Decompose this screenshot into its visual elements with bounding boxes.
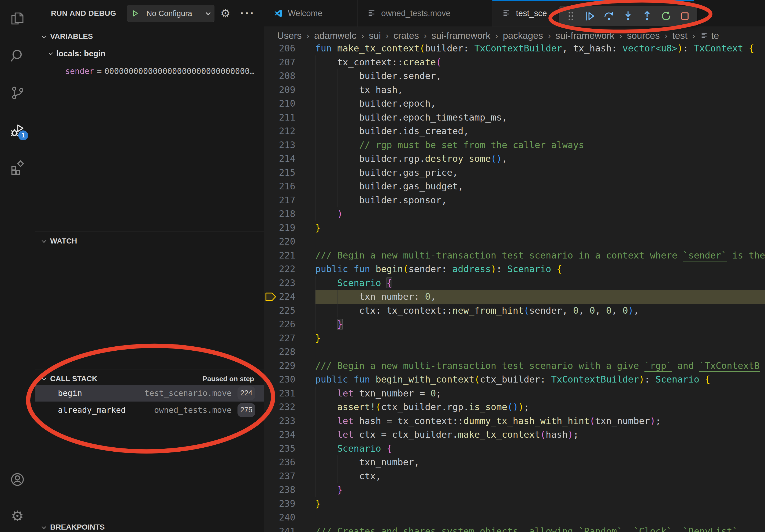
code-line[interactable]: 216builder.gas_budget, (264, 179, 765, 193)
more-actions-icon[interactable]: ··· (240, 0, 255, 27)
line-number[interactable]: 225 (264, 304, 315, 318)
code-line[interactable]: 235Scenario { (264, 442, 765, 456)
line-number[interactable]: 219 (264, 221, 315, 235)
code-line[interactable]: 232assert!(ctx_builder.rgp.is_some()); (264, 400, 765, 414)
step-into-button[interactable] (620, 8, 636, 24)
breadcrumb-item[interactable]: adamwelc (314, 30, 357, 41)
code-line[interactable]: 225ctx: tx_context::new_from_hint(sender… (264, 304, 765, 318)
line-number[interactable]: 213 (264, 138, 315, 152)
drag-handle-icon[interactable] (563, 8, 579, 24)
line-number[interactable]: 217 (264, 193, 315, 207)
code-line[interactable]: 219} (264, 221, 765, 235)
code-line[interactable]: 210builder.epoch, (264, 97, 765, 111)
line-number[interactable]: 238 (264, 483, 315, 497)
code-line[interactable]: 226} (264, 317, 765, 331)
breadcrumb-item[interactable]: Users (277, 30, 302, 41)
code-line[interactable]: 217builder.sponsor, (264, 193, 765, 207)
line-number[interactable]: 227 (264, 331, 315, 345)
line-number[interactable]: 208 (264, 69, 315, 83)
section-header-watch[interactable]: WATCH (35, 235, 264, 247)
line-number[interactable]: 220 (264, 235, 315, 249)
line-number[interactable]: 229 (264, 359, 315, 373)
breadcrumb-item[interactable]: packages (503, 30, 543, 41)
line-number[interactable]: 218 (264, 207, 315, 221)
account-icon[interactable] (9, 471, 25, 487)
line-number[interactable]: 210 (264, 97, 315, 111)
line-number[interactable]: 233 (264, 414, 315, 428)
code-line[interactable]: 215builder.gas_price, (264, 166, 765, 180)
code-line[interactable]: 213// rgp must be set from the caller al… (264, 138, 765, 152)
stack-frame-already_marked[interactable]: already_markedowned_tests.move275 (35, 401, 264, 418)
code-line[interactable]: 207tx_context::create( (264, 56, 765, 69)
line-number[interactable]: 231 (264, 387, 315, 400)
breadcrumb-item[interactable]: test (672, 30, 687, 41)
code-line[interactable]: 238} (264, 483, 765, 497)
variables-scope-row[interactable]: locals: begin (35, 47, 264, 60)
line-number[interactable]: 212 (264, 124, 315, 138)
code-line[interactable]: 218) (264, 207, 765, 221)
breadcrumb-item[interactable]: sui (369, 30, 381, 41)
line-number[interactable]: 214 (264, 152, 315, 166)
continue-button[interactable] (582, 8, 598, 24)
code-line[interactable]: 228 (264, 345, 765, 359)
code-line[interactable]: 230public fun begin_with_context(ctx_bui… (264, 373, 765, 387)
start-debugging-icon[interactable] (127, 5, 143, 22)
line-number[interactable]: 239 (264, 497, 315, 511)
stop-button[interactable] (677, 8, 693, 24)
line-number[interactable]: 241 (264, 524, 315, 532)
run-and-debug-icon[interactable]: 1 (9, 122, 25, 138)
code-line[interactable]: 221/// Begin a new multi-transaction tes… (264, 249, 765, 263)
code-line[interactable]: 237ctx, (264, 469, 765, 483)
code-editor[interactable]: 206fun make_tx_context(builder: TxContex… (264, 42, 765, 532)
line-number[interactable]: 228 (264, 345, 315, 359)
source-control-icon[interactable] (9, 85, 25, 101)
breadcrumb-item[interactable]: sources (627, 30, 660, 41)
line-number[interactable]: 226 (264, 317, 315, 331)
stack-frame-begin[interactable]: begintest_scenario.move224 (35, 385, 264, 401)
tab-welcome[interactable]: Welcome (264, 0, 358, 27)
line-number[interactable]: 223 (264, 276, 315, 290)
code-line-paused[interactable]: 224txn_number: 0, (264, 290, 765, 304)
line-number[interactable]: 224 (264, 290, 315, 304)
tab-owned-tests[interactable]: owned_tests.move (358, 0, 492, 27)
line-number[interactable]: 216 (264, 179, 315, 193)
extensions-icon[interactable] (9, 159, 25, 175)
line-number[interactable]: 240 (264, 511, 315, 524)
code-line[interactable]: 227} (264, 331, 765, 345)
code-line[interactable]: 223Scenario { (264, 276, 765, 290)
line-number[interactable]: 215 (264, 166, 315, 180)
code-line[interactable]: 231let txn_number = 0; (264, 387, 765, 400)
code-line[interactable]: 240 (264, 511, 765, 524)
section-header-breakpoints[interactable]: BREAKPOINTS (35, 521, 264, 532)
code-line[interactable]: 229/// Begin a new multi-transaction tes… (264, 359, 765, 373)
line-number[interactable]: 234 (264, 428, 315, 442)
breadcrumb-item[interactable]: sui-framework (556, 30, 615, 41)
explorer-icon[interactable] (9, 10, 25, 27)
section-header-variables[interactable]: VARIABLES (35, 30, 264, 43)
code-line[interactable]: 222public fun begin(sender: address): Sc… (264, 262, 765, 276)
launch-config-control[interactable]: No Configura (127, 5, 215, 22)
code-line[interactable]: 209tx_hash, (264, 83, 765, 97)
line-number[interactable]: 222 (264, 262, 315, 276)
line-number[interactable]: 209 (264, 83, 315, 97)
line-number[interactable]: 221 (264, 249, 315, 263)
restart-button[interactable] (658, 8, 674, 24)
variable-row-sender[interactable]: sender = 000000000000000000000000000000… (35, 65, 264, 77)
breadcrumb-item[interactable]: sui-framework (431, 30, 490, 41)
code-line[interactable]: 220 (264, 235, 765, 249)
code-line[interactable]: 234let ctx = ctx_builder.make_tx_context… (264, 428, 765, 442)
line-number[interactable]: 235 (264, 442, 315, 456)
code-line[interactable]: 241/// Creates and shares system objects… (264, 524, 765, 532)
line-number[interactable]: 211 (264, 111, 315, 125)
code-line[interactable]: 236txn_number, (264, 455, 765, 469)
code-line[interactable]: 212builder.ids_created, (264, 124, 765, 138)
step-out-button[interactable] (639, 8, 655, 24)
line-number[interactable]: 232 (264, 400, 315, 414)
debug-settings-gear-icon[interactable]: ⚙ (220, 0, 231, 27)
search-icon[interactable] (9, 48, 25, 64)
code-line[interactable]: 239} (264, 497, 765, 511)
section-header-call-stack[interactable]: CALL STACK Paused on step (35, 372, 264, 385)
breadcrumb-file[interactable]: te (711, 30, 719, 41)
line-number[interactable]: 207 (264, 56, 315, 69)
line-number[interactable]: 236 (264, 455, 315, 469)
